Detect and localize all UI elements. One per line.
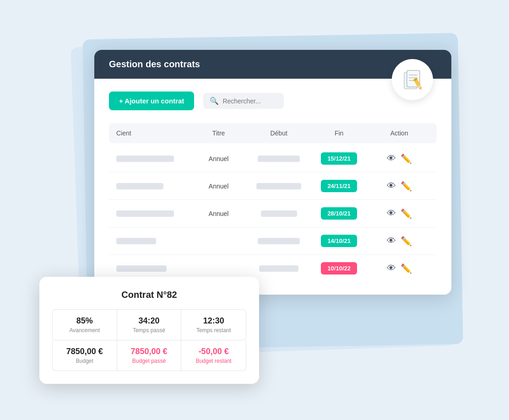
edit-icon[interactable]: ✏️ xyxy=(401,236,412,247)
col-debut: Début xyxy=(249,129,309,137)
budget-value: 7850,00 € xyxy=(57,347,112,356)
edit-icon[interactable]: ✏️ xyxy=(401,181,412,192)
cell-client xyxy=(116,210,189,217)
budget-restant-value: -50,00 € xyxy=(186,347,241,356)
temps-restant-value: 12:30 xyxy=(186,316,241,326)
temps-passe-label: Temps passé xyxy=(122,327,177,334)
stats-grid-top: 85% Avancement 34:20 Temps passé 12:30 T… xyxy=(52,309,246,340)
col-titre: Titre xyxy=(189,129,249,137)
budget-cell: 7850,00 € Budget xyxy=(53,340,117,371)
temps-restant-label: Temps restant xyxy=(186,327,241,334)
page-title: Gestion des contrats xyxy=(109,59,200,70)
card-body: + Ajouter un contrat 🔍 Cient Titre Début… xyxy=(94,79,451,295)
search-box: 🔍 xyxy=(203,93,284,109)
cell-titre: Annuel xyxy=(189,210,249,217)
edit-icon[interactable]: ✏️ xyxy=(401,263,412,274)
stats-grid-bottom: 7850,00 € Budget 7850,00 € Budget passé … xyxy=(52,340,246,371)
cell-fin: 10/10/22 xyxy=(309,262,369,275)
edit-icon[interactable]: ✏️ xyxy=(401,153,412,164)
table-row: 14/10/21 👁 ✏️ xyxy=(109,227,437,255)
col-action: Action xyxy=(369,129,429,137)
main-card: Gestion des contrats + Ajouter un contra… xyxy=(94,50,451,295)
add-contract-button[interactable]: + Ajouter un contrat xyxy=(109,92,194,110)
cell-titre: Annuel xyxy=(189,155,249,162)
cell-debut xyxy=(249,265,309,272)
cell-titre: Annuel xyxy=(189,183,249,190)
contract-title: Contrat N°82 xyxy=(52,290,246,300)
avancement-cell: 85% Avancement xyxy=(53,310,117,340)
table-header: Cient Titre Début Fin Action xyxy=(109,123,437,143)
temps-restant-cell: 12:30 Temps restant xyxy=(181,310,246,340)
budget-passe-label: Budget passé xyxy=(122,358,177,364)
view-icon[interactable]: 👁 xyxy=(387,263,396,274)
action-cell: 👁 ✏️ xyxy=(369,181,429,192)
budget-restant-label: Budget restant xyxy=(186,358,241,364)
table-row: Annuel 15/12/21 👁 ✏️ xyxy=(109,145,437,172)
temps-passe-cell: 34:20 Temps passé xyxy=(117,310,182,340)
table-row: Annuel 24/11/21 👁 ✏️ xyxy=(109,172,437,200)
date-badge: 15/12/21 xyxy=(321,152,357,165)
temps-passe-value: 34:20 xyxy=(122,316,177,326)
view-icon[interactable]: 👁 xyxy=(387,236,396,246)
action-cell: 👁 ✏️ xyxy=(369,263,429,274)
cell-fin: 24/11/21 xyxy=(309,180,369,192)
budget-label: Budget xyxy=(57,358,112,364)
cell-debut xyxy=(249,210,309,217)
action-cell: 👁 ✏️ xyxy=(369,236,429,247)
cell-client xyxy=(116,238,189,244)
action-cell: 👁 ✏️ xyxy=(369,153,429,164)
budget-passe-cell: 7850,00 € Budget passé xyxy=(117,340,182,371)
toolbar: + Ajouter un contrat 🔍 xyxy=(109,92,437,110)
contract-detail-card: Contrat N°82 85% Avancement 34:20 Temps … xyxy=(39,277,259,384)
cell-client xyxy=(116,183,189,189)
cell-debut xyxy=(249,183,309,189)
cell-fin: 28/10/21 xyxy=(309,207,369,220)
date-badge: 10/10/22 xyxy=(321,262,357,275)
cell-fin: 14/10/21 xyxy=(309,235,369,247)
cell-debut xyxy=(249,238,309,244)
budget-restant-cell: -50,00 € Budget restant xyxy=(181,340,246,371)
cell-debut xyxy=(249,156,309,162)
view-icon[interactable]: 👁 xyxy=(387,208,396,219)
table: Cient Titre Début Fin Action Annuel 15/1… xyxy=(109,123,437,282)
budget-passe-value: 7850,00 € xyxy=(122,347,177,356)
col-client: Cient xyxy=(116,129,189,137)
avancement-value: 85% xyxy=(57,316,112,326)
date-badge: 28/10/21 xyxy=(321,207,357,220)
date-badge: 24/11/21 xyxy=(321,180,357,192)
action-cell: 👁 ✏️ xyxy=(369,208,429,219)
table-row: Annuel 28/10/21 👁 ✏️ xyxy=(109,200,437,227)
search-icon: 🔍 xyxy=(210,97,219,105)
col-fin: Fin xyxy=(309,129,369,137)
cell-client xyxy=(116,156,189,162)
view-icon[interactable]: 👁 xyxy=(387,153,396,164)
avancement-label: Avancement xyxy=(57,327,112,334)
cell-client xyxy=(116,265,189,272)
view-icon[interactable]: 👁 xyxy=(387,181,396,191)
edit-icon[interactable]: ✏️ xyxy=(401,208,412,219)
date-badge: 14/10/21 xyxy=(321,235,357,247)
search-input[interactable] xyxy=(222,97,277,105)
document-icon xyxy=(392,59,433,100)
cell-fin: 15/12/21 xyxy=(309,152,369,165)
